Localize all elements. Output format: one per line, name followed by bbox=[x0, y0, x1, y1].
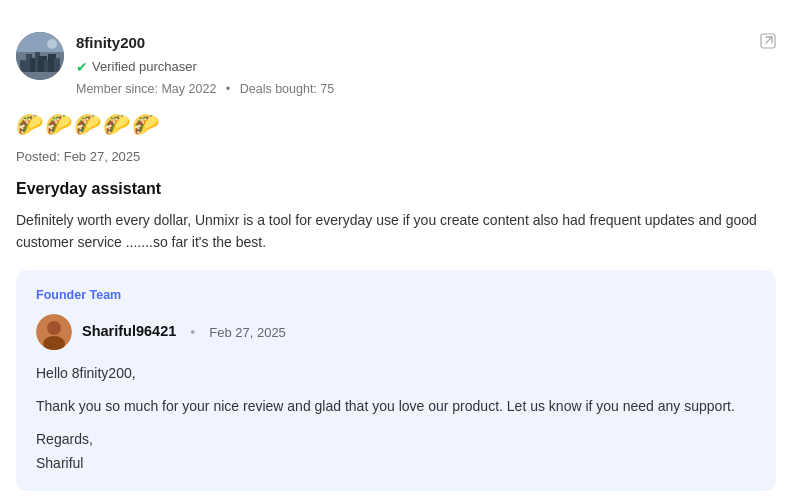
svg-rect-10 bbox=[16, 32, 64, 52]
verified-label: Verified purchaser bbox=[92, 57, 197, 77]
verified-row: ✔ Verified purchaser bbox=[76, 57, 776, 78]
star-3: 🌮 bbox=[74, 108, 101, 141]
username: 8finity200 bbox=[76, 32, 776, 55]
posted-date: Posted: Feb 27, 2025 bbox=[16, 147, 776, 167]
separator: • bbox=[226, 82, 230, 96]
svg-point-13 bbox=[47, 321, 61, 335]
reply-paragraph1: Thank you so much for your nice review a… bbox=[36, 395, 756, 418]
avatar bbox=[16, 32, 64, 80]
review-title: Everyday assistant bbox=[16, 177, 776, 201]
review-card: 8finity200 ✔ Verified purchaser Member s… bbox=[16, 16, 776, 503]
reply-closing: Regards, Shariful bbox=[36, 428, 756, 474]
reply-box: Founder Team Shariful96421 • Feb 27, 202… bbox=[16, 270, 776, 491]
star-rating: 🌮 🌮 🌮 🌮 🌮 bbox=[16, 108, 776, 141]
svg-point-11 bbox=[47, 39, 57, 49]
star-4: 🌮 bbox=[103, 108, 130, 141]
reply-header: Shariful96421 • Feb 27, 2025 bbox=[36, 314, 756, 350]
external-link-button[interactable] bbox=[760, 32, 776, 56]
user-info: 8finity200 ✔ Verified purchaser Member s… bbox=[76, 32, 776, 98]
reply-text: Hello 8finity200, Thank you so much for … bbox=[36, 362, 756, 474]
deals-bought: Deals bought: 75 bbox=[240, 82, 335, 96]
reply-greeting: Hello 8finity200, bbox=[36, 362, 756, 385]
verified-check-icon: ✔ bbox=[76, 57, 88, 78]
star-1: 🌮 bbox=[16, 108, 43, 141]
review-body: Definitely worth every dollar, Unmixr is… bbox=[16, 209, 776, 254]
star-5: 🌮 bbox=[132, 108, 159, 141]
reply-avatar bbox=[36, 314, 72, 350]
member-since: Member since: May 2022 bbox=[76, 82, 216, 96]
founder-tag: Founder Team bbox=[36, 286, 756, 305]
review-header: 8finity200 ✔ Verified purchaser Member s… bbox=[16, 32, 776, 98]
reply-username: Shariful96421 bbox=[82, 321, 176, 343]
reply-date: Feb 27, 2025 bbox=[209, 323, 286, 343]
member-info: Member since: May 2022 • Deals bought: 7… bbox=[76, 80, 776, 99]
reply-separator: • bbox=[190, 322, 195, 343]
svg-rect-9 bbox=[54, 58, 60, 72]
star-2: 🌮 bbox=[45, 108, 72, 141]
